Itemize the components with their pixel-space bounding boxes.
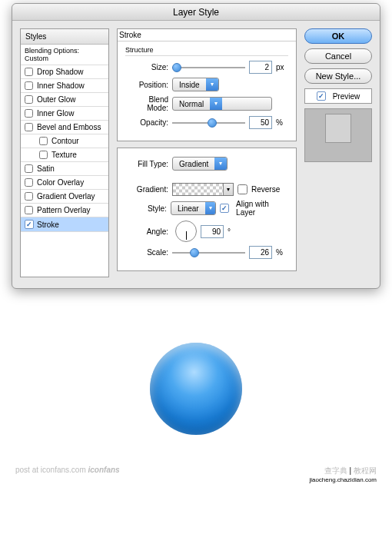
footer-left: post at iconfans.com iconfans — [15, 466, 120, 483]
cancel-button[interactable]: Cancel — [304, 48, 372, 64]
sidebar-item-outer-glow[interactable]: Outer Glow — [21, 93, 108, 107]
fill-panel: Fill Type: Gradient▾ Gradient: ▾ Reverse… — [117, 148, 297, 271]
right-column: OK Cancel New Style... Preview — [304, 28, 372, 277]
style-select[interactable]: Linear▾ — [171, 201, 217, 215]
scale-row: Scale: % — [125, 246, 288, 259]
styles-sidebar: Styles Blending Options: Custom Drop Sha… — [20, 28, 109, 277]
size-slider[interactable] — [172, 62, 245, 73]
drop-shadow-check[interactable] — [25, 68, 33, 76]
align-label: Align with Layer — [236, 200, 288, 217]
sidebar-item-color-overlay[interactable]: Color Overlay — [21, 176, 108, 190]
titlebar[interactable]: Layer Style — [12, 4, 380, 21]
position-label: Position: — [125, 81, 168, 89]
filltype-row: Fill Type: Gradient▾ — [125, 157, 288, 171]
style-label: Style: — [125, 204, 167, 213]
inner-glow-check[interactable] — [25, 109, 33, 118]
sidebar-item-pattern-overlay[interactable]: Pattern Overlay — [21, 204, 108, 217]
main-panel: Stroke Structure Size: px Position: Insi… — [117, 28, 297, 277]
sidebar-item-inner-glow[interactable]: Inner Glow — [21, 107, 108, 121]
reverse-check[interactable] — [238, 184, 247, 194]
scale-label: Scale: — [125, 248, 168, 257]
position-select[interactable]: Inside▾ — [172, 78, 219, 91]
chevron-down-icon: ▾ — [214, 158, 227, 170]
stroke-check[interactable] — [25, 220, 34, 229]
sidebar-item-contour[interactable]: Contour — [21, 134, 108, 148]
sidebar-item-gradient-overlay[interactable]: Gradient Overlay — [21, 190, 108, 204]
gradient-swatch[interactable]: ▾ — [172, 183, 234, 196]
sidebar-item-satin[interactable]: Satin — [21, 162, 108, 176]
size-row: Size: px — [125, 61, 288, 74]
outer-glow-check[interactable] — [25, 95, 33, 104]
preview-check[interactable] — [317, 91, 326, 101]
reverse-label: Reverse — [251, 185, 280, 194]
sidebar-item-bevel-emboss[interactable]: Bevel and Emboss — [21, 121, 108, 134]
structure-group-label: Structure — [125, 46, 288, 56]
preview-box — [304, 108, 372, 162]
chevron-down-icon[interactable]: ▾ — [223, 184, 233, 195]
angle-unit: ° — [228, 227, 240, 236]
texture-check[interactable] — [39, 151, 48, 159]
contour-check[interactable] — [39, 137, 48, 145]
inner-shadow-check[interactable] — [25, 81, 33, 90]
dialog-body: Styles Blending Options: Custom Drop Sha… — [12, 21, 380, 288]
scale-slider[interactable] — [172, 247, 245, 258]
style-row: Style: Linear▾ Align with Layer — [125, 200, 288, 217]
blending-options[interactable]: Blending Options: Custom — [21, 45, 108, 65]
satin-check[interactable] — [25, 164, 33, 173]
position-row: Position: Inside▾ — [125, 78, 288, 91]
gradient-row: Gradient: ▾ Reverse — [125, 183, 288, 196]
filltype-label: Fill Type: — [125, 160, 168, 168]
blend-select[interactable]: Normal▾ — [172, 97, 272, 111]
chevron-down-icon: ▾ — [206, 78, 218, 91]
sidebar-item-inner-shadow[interactable]: Inner Shadow — [21, 79, 108, 93]
preview-toggle[interactable]: Preview — [304, 88, 372, 104]
footer: post at iconfans.com iconfans 查字典 | 教程网 … — [0, 466, 392, 497]
size-label: Size: — [125, 63, 168, 71]
gradient-label: Gradient: — [125, 185, 168, 194]
chevron-down-icon: ▾ — [205, 202, 216, 214]
stroke-panel: Stroke Structure Size: px Position: Insi… — [117, 28, 297, 141]
align-check[interactable] — [220, 204, 229, 213]
color-overlay-check[interactable] — [25, 178, 33, 187]
footer-right: 查字典 | 教程网 jiaocheng.chazidian.com — [309, 466, 377, 483]
scale-unit: % — [276, 248, 288, 257]
stroke-panel-title: Stroke — [118, 29, 296, 41]
preview-swatch — [325, 114, 351, 143]
layer-style-dialog: Layer Style Styles Blending Options: Cus… — [12, 3, 380, 289]
sidebar-item-drop-shadow[interactable]: Drop Shadow — [21, 65, 108, 79]
chevron-down-icon: ▾ — [210, 98, 222, 110]
gradient-overlay-check[interactable] — [25, 192, 33, 201]
filltype-select[interactable]: Gradient▾ — [172, 157, 228, 171]
opacity-row: Opacity: % — [125, 116, 288, 129]
new-style-button[interactable]: New Style... — [304, 68, 372, 84]
ok-button[interactable]: OK — [304, 28, 372, 44]
result-preview — [0, 289, 392, 466]
angle-dial[interactable] — [175, 221, 197, 242]
size-unit: px — [276, 63, 288, 71]
opacity-unit: % — [276, 118, 288, 127]
opacity-label: Opacity: — [125, 118, 168, 127]
angle-input[interactable] — [201, 225, 224, 238]
pattern-overlay-check[interactable] — [25, 206, 33, 214]
opacity-input[interactable] — [249, 116, 272, 129]
size-input[interactable] — [249, 61, 272, 74]
opacity-slider[interactable] — [172, 118, 245, 128]
bevel-emboss-check[interactable] — [25, 123, 33, 131]
angle-row: Angle: ° — [125, 221, 288, 242]
angle-label: Angle: — [125, 227, 168, 236]
sidebar-item-texture[interactable]: Texture — [21, 148, 108, 162]
scale-input[interactable] — [249, 246, 272, 259]
styles-header[interactable]: Styles — [21, 29, 108, 45]
sidebar-item-stroke[interactable]: Stroke — [21, 217, 108, 232]
blue-sphere — [150, 343, 242, 435]
blend-label: Blend Mode: — [125, 95, 168, 112]
blend-row: Blend Mode: Normal▾ — [125, 95, 288, 112]
